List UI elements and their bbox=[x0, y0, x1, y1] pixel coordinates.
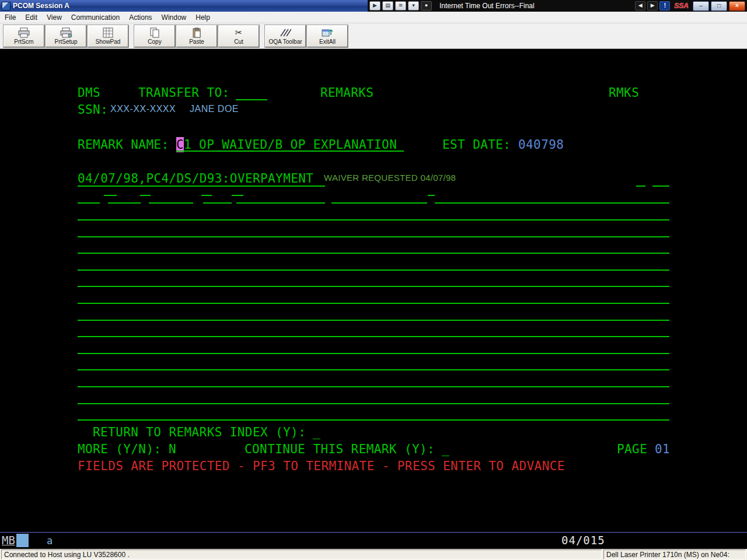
overlay-window-title: Internet Time Out Errors--Final bbox=[439, 2, 633, 10]
titlebar-left: PCOM Session A bbox=[0, 2, 69, 10]
remark-field-line[interactable] bbox=[78, 369, 669, 370]
clipboard-icon bbox=[191, 27, 202, 38]
window-title: PCOM Session A bbox=[13, 2, 69, 10]
est-date-label: EST DATE: bbox=[442, 137, 511, 152]
maximize-button[interactable]: □ bbox=[711, 1, 727, 11]
remark-text-line[interactable]: 04/07/98,PC4/DS/D93:OVERPAYMENT bbox=[78, 171, 313, 186]
field-line-segment bbox=[435, 202, 669, 204]
menu-actions[interactable]: Actions bbox=[124, 12, 156, 23]
menu-window[interactable]: Window bbox=[157, 12, 191, 23]
speech-icon[interactable]: ≋ bbox=[395, 1, 406, 10]
back-icon[interactable]: ◀ bbox=[635, 1, 645, 10]
ssa-logo: SSA bbox=[674, 2, 689, 10]
record-icon[interactable]: ● bbox=[421, 1, 432, 10]
remark-field-line[interactable] bbox=[78, 403, 669, 404]
menu-help[interactable]: Help bbox=[191, 12, 215, 23]
menu-file[interactable]: File bbox=[0, 12, 20, 23]
remark-field-line[interactable] bbox=[78, 286, 669, 287]
transfer-to-field[interactable] bbox=[236, 99, 267, 100]
printer-icon bbox=[18, 27, 30, 38]
field-line-segment bbox=[203, 202, 232, 204]
remark-field-line[interactable] bbox=[78, 336, 669, 337]
titlebar-overlay-strip: ▶ ▤ ≋ ▾ ● Internet Time Out Errors--Fina… bbox=[368, 0, 747, 12]
run-icon[interactable]: ▶ bbox=[369, 1, 381, 10]
copy-icon bbox=[149, 27, 160, 38]
continue-remark-field[interactable]: _ bbox=[442, 442, 449, 457]
transfer-to-label: TRANSFER TO: bbox=[138, 85, 230, 100]
return-to-index-label: RETURN TO REMARKS INDEX (Y): bbox=[93, 425, 306, 440]
connection-status: Connected to Host using LU V3528600 . bbox=[1, 550, 602, 559]
pcom-window: PCOM Session A ▶ ▤ ≋ ▾ ● Internet Time O… bbox=[0, 0, 747, 560]
oia-cursor-position: 04/015 bbox=[561, 534, 605, 547]
remark-name-label: REMARK NAME: bbox=[78, 137, 169, 152]
field-line-segment bbox=[236, 202, 325, 204]
remark-field-line[interactable] bbox=[78, 320, 669, 321]
menubar: File Edit View Communication Actions Win… bbox=[0, 12, 747, 23]
titlebar[interactable]: PCOM Session A ▶ ▤ ≋ ▾ ● Internet Time O… bbox=[0, 0, 747, 12]
redacted-text-remnant bbox=[201, 195, 212, 196]
exitall-button[interactable]: ExitAll bbox=[307, 25, 348, 47]
page-number: 01 bbox=[655, 442, 670, 457]
field-line-segment[interactable] bbox=[78, 186, 325, 187]
oia-cursor-block bbox=[16, 534, 29, 547]
paste-button[interactable]: Paste bbox=[176, 25, 217, 47]
field-line-segment bbox=[652, 186, 669, 187]
pad-icon[interactable]: ▤ bbox=[382, 1, 393, 10]
oia-session-letter: a bbox=[47, 535, 53, 547]
more-label: MORE (Y/N): bbox=[78, 442, 161, 457]
page-label: PAGE bbox=[617, 442, 647, 457]
close-button[interactable]: × bbox=[729, 1, 745, 11]
redacted-text-remnant bbox=[232, 195, 243, 196]
printer-setup-icon bbox=[60, 27, 72, 38]
ssn-value: XXX-XX-XXXX bbox=[110, 104, 176, 114]
toolbar: PrtScrn PrtSetup ShowPad Copy Paste ✂ Cu… bbox=[0, 23, 747, 49]
remark-field-line[interactable] bbox=[78, 353, 669, 354]
waiver-overlay-note: WAIVER REQUESTED 04/07/98 bbox=[324, 173, 456, 183]
prtsetup-button[interactable]: PrtSetup bbox=[46, 25, 86, 47]
est-date-value[interactable]: 040798 bbox=[518, 137, 564, 152]
remark-field-line[interactable] bbox=[78, 253, 669, 254]
menu-view[interactable]: View bbox=[42, 12, 67, 23]
redacted-text-remnant bbox=[428, 195, 435, 196]
hatch-lines-icon bbox=[280, 27, 291, 38]
keypad-icon bbox=[103, 27, 113, 38]
redacted-text-remnant bbox=[104, 195, 117, 196]
screen-id-dms: DMS bbox=[78, 85, 100, 100]
redacted-text-remnant bbox=[140, 195, 151, 196]
copy-button[interactable]: Copy bbox=[134, 25, 175, 47]
remark-field-line[interactable] bbox=[78, 270, 669, 271]
minimize-button[interactable]: – bbox=[693, 1, 709, 11]
field-line-segment bbox=[149, 202, 193, 204]
printer-status: Dell Laser Printer 1710n (MS) on Ne04: bbox=[603, 550, 746, 559]
remark-field-line[interactable] bbox=[78, 419, 669, 421]
field-line-segment bbox=[331, 202, 427, 204]
field-line-segment bbox=[78, 202, 100, 204]
scissors-icon: ✂ bbox=[235, 27, 243, 38]
person-name: JANE DOE bbox=[190, 104, 239, 114]
return-to-index-field[interactable]: _ bbox=[313, 425, 320, 440]
field-line-segment bbox=[108, 202, 141, 204]
remark-field-line[interactable] bbox=[78, 386, 669, 387]
alert-icon[interactable]: ! bbox=[659, 1, 670, 10]
menu-communication[interactable]: Communication bbox=[67, 12, 124, 23]
dropdown-icon[interactable]: ▾ bbox=[408, 1, 419, 10]
oia-status-row: MB a 04/015 bbox=[0, 532, 747, 549]
oqa-toolbar-button[interactable]: OQA Toolbar bbox=[265, 25, 306, 47]
remark-name-field-line[interactable] bbox=[176, 150, 404, 152]
cut-button[interactable]: ✂ Cut bbox=[218, 25, 259, 47]
remark-field-line[interactable] bbox=[78, 303, 669, 304]
pcom-app-icon[interactable] bbox=[2, 2, 11, 10]
remark-field-line[interactable] bbox=[78, 219, 669, 220]
screen-title-remarks: REMARKS bbox=[320, 85, 374, 100]
protected-fields-message: FIELDS ARE PROTECTED - PF3 TO TERMINATE … bbox=[78, 459, 565, 474]
ssn-label: SSN: bbox=[78, 102, 108, 117]
forward-icon[interactable]: ▶ bbox=[647, 1, 658, 10]
continue-remark-label: CONTINUE THIS REMARK (Y): bbox=[245, 442, 435, 457]
more-value[interactable]: N bbox=[169, 442, 176, 457]
prtscrn-button[interactable]: PrtScrn bbox=[4, 25, 44, 47]
exit-icon bbox=[322, 27, 333, 38]
terminal-screen[interactable]: DMS TRANSFER TO: REMARKS RMKS SSN: XXX-X… bbox=[0, 49, 747, 532]
showpad-button[interactable]: ShowPad bbox=[88, 25, 128, 47]
menu-edit[interactable]: Edit bbox=[20, 12, 42, 23]
remark-field-line[interactable] bbox=[78, 236, 669, 237]
